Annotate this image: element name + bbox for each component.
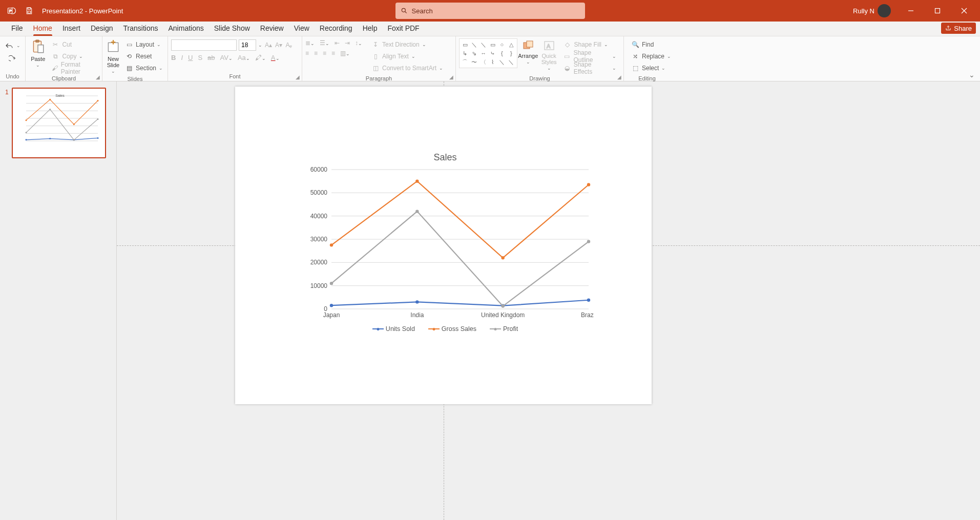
font-name-input[interactable] [171,39,237,51]
tab-home[interactable]: Home [28,21,57,36]
arrange-button[interactable]: Arrange⌄ [517,38,539,66]
tab-transitions[interactable]: Transitions [118,21,163,36]
tab-help[interactable]: Help [358,21,383,36]
numbering-button[interactable]: ☰⌄ [320,39,329,47]
svg-text:Sales: Sales [55,94,65,97]
bold-button[interactable]: B [171,54,176,61]
reset-button[interactable]: ⟲Reset [123,51,165,61]
clear-format-icon[interactable]: Aᵩ [285,41,293,49]
search-placeholder: Search [412,7,433,15]
paste-button[interactable]: Paste⌄ [29,38,47,69]
font-color-button[interactable]: A⌄ [271,54,280,61]
shape-effects-button[interactable]: ◒Shape Effects⌄ [561,63,618,73]
svg-point-62 [587,299,590,302]
tab-slideshow[interactable]: Slide Show [209,21,255,36]
tab-foxit[interactable]: Foxit PDF [382,21,424,36]
save-icon[interactable] [22,3,37,18]
tab-design[interactable]: Design [86,21,118,36]
copy-button[interactable]: ⧉Copy⌄ [49,51,97,61]
shape-outline-button[interactable]: ▭Shape Outline⌄ [561,51,618,61]
tab-recording[interactable]: Recording [315,21,358,36]
slide[interactable]: Sales 0100002000030000400005000060000Jap… [235,87,652,404]
font-launcher[interactable]: ◢ [296,74,300,80]
user-name[interactable]: Rully N [853,7,874,15]
chart-object[interactable]: Sales 0100002000030000400005000060000Jap… [297,148,594,338]
slide-canvas-area[interactable]: Sales 0100002000030000400005000060000Jap… [117,81,980,520]
avatar[interactable] [878,4,891,17]
share-button[interactable]: Share [941,23,976,34]
tab-view[interactable]: View [289,21,315,36]
tab-insert[interactable]: Insert [57,21,86,36]
fill-icon: ◇ [564,40,572,49]
layout-button[interactable]: ▭Layout⌄ [123,39,165,50]
svg-point-63 [330,243,333,246]
select-icon: ⬚ [631,64,639,72]
align-right-button[interactable]: ≡ [323,50,326,57]
replace-button[interactable]: ⤭Replace⌄ [629,51,673,61]
bullets-button[interactable]: ≣⌄ [305,39,315,47]
svg-text:30000: 30000 [310,236,328,243]
font-size-input[interactable] [239,39,256,51]
drawing-launcher[interactable]: ◢ [617,74,621,80]
redo-button[interactable] [7,54,19,64]
shadow-button[interactable]: S [198,54,202,61]
align-text-button[interactable]: ▯Align Text⌄ [369,51,445,61]
cut-button[interactable]: ✂Cut [49,39,97,50]
shape-fill-button[interactable]: ◇Shape Fill⌄ [561,39,618,50]
svg-point-67 [330,282,333,285]
ribbon: ⌄ Undo Paste⌄ ✂Cut ⧉Copy⌄ 🖌Format Painte… [0,36,980,81]
ribbon-tabs: File Home Insert Design Transitions Anim… [0,22,980,36]
align-justify-button[interactable]: ≡ [331,50,335,57]
strike-button[interactable]: ab [207,54,215,61]
shapes-gallery[interactable]: ▭＼＼▭○△ ↳⇘↔⤷{} ⌒〜〈⌇＼＼ [459,38,517,68]
select-button[interactable]: ⬚Select⌄ [629,63,673,73]
slide-thumbnail-1[interactable]: Sales [12,88,106,158]
svg-point-32 [25,119,27,121]
svg-point-29 [49,138,51,139]
highlight-button[interactable]: 🖍⌄ [255,54,266,61]
section-button[interactable]: ▤Section⌄ [123,63,165,73]
minimize-button[interactable] [899,0,923,22]
columns-button[interactable]: ▥⌄ [340,50,350,57]
close-button[interactable] [952,0,976,22]
svg-text:India: India [410,311,424,319]
new-slide-button[interactable]: New Slide⌄ [106,38,121,75]
case-button[interactable]: Aa⌄ [238,54,250,61]
indent-dec-button[interactable]: ⇤ [335,39,340,47]
slide-number: 1 [5,88,9,158]
tab-review[interactable]: Review [255,21,289,36]
work-area: 1 Sales Sales 01000020000300004000050000… [0,81,980,520]
shrink-font-icon[interactable]: A▾ [275,41,283,49]
svg-rect-13 [38,45,44,53]
find-button[interactable]: 🔍Find [629,39,673,50]
spacing-button[interactable]: AV⌄ [220,54,233,61]
svg-point-34 [73,123,75,125]
format-painter-button[interactable]: 🖌Format Painter [49,63,97,73]
undo-button[interactable]: ⌄ [3,40,23,51]
clipboard-launcher[interactable]: ◢ [96,74,100,80]
line-spacing-button[interactable]: ↕⌄ [355,39,362,47]
paragraph-launcher[interactable]: ◢ [449,74,453,80]
italic-button[interactable]: I [181,54,183,61]
group-label-font: Font [171,72,299,80]
tab-animations[interactable]: Animations [163,21,208,36]
svg-text:20000: 20000 [310,259,328,266]
grow-font-icon[interactable]: A▴ [264,41,273,49]
effects-icon: ◒ [564,64,571,72]
indent-inc-button[interactable]: ⇥ [345,39,350,47]
underline-button[interactable]: U [188,54,193,61]
search-box[interactable]: Search [395,3,585,19]
align-center-button[interactable]: ≡ [314,50,318,57]
quick-styles-button[interactable]: A Quick Styles⌄ [539,38,559,72]
title-bar: P Presentation2 - PowerPoint Search Rull… [0,0,980,22]
svg-point-59 [330,304,333,307]
maximize-button[interactable] [926,0,949,22]
svg-text:United Kingdom: United Kingdom [481,311,525,319]
layout-icon: ▭ [125,40,133,49]
smartart-button[interactable]: ◫Convert to SmartArt⌄ [369,63,445,73]
align-left-button[interactable]: ≡ [305,50,309,57]
tab-file[interactable]: File [6,21,28,36]
svg-text:60000: 60000 [310,167,328,173]
text-direction-button[interactable]: ↧Text Direction⌄ [369,39,445,50]
ribbon-collapse-icon[interactable]: ⌄ [969,71,975,79]
